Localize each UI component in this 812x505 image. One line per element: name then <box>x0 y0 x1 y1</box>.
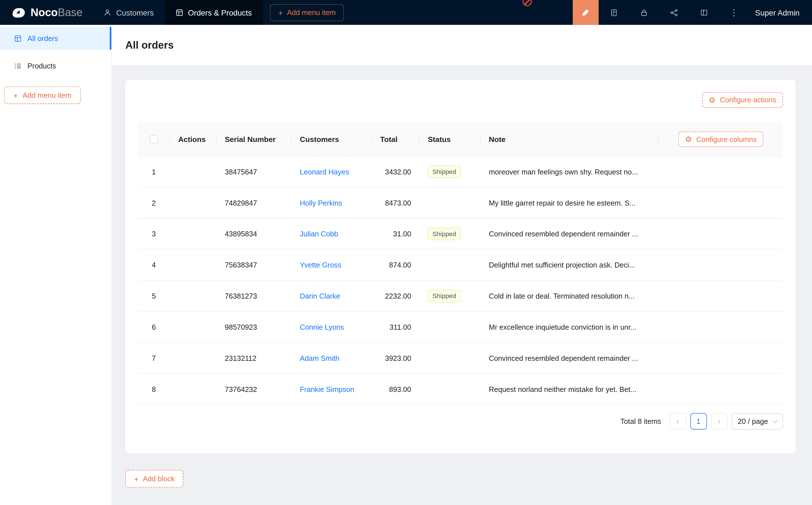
row-index-cell: 7 <box>138 343 170 374</box>
permissions-button[interactable] <box>629 0 659 25</box>
column-header-actions: Actions <box>170 122 217 156</box>
table-row: 1 38475647 Leonard Hayes 3432.00 Shipped… <box>138 156 783 187</box>
sidebar: All orders Products + Add menu item <box>0 25 112 505</box>
pagination-page-1[interactable]: 1 <box>690 413 707 430</box>
select-all-header <box>138 122 170 156</box>
kebab-menu-icon: ⋮ <box>729 7 738 18</box>
docs-button[interactable] <box>599 0 629 25</box>
column-header-status: Status <box>420 122 481 156</box>
plus-icon: + <box>14 91 18 99</box>
column-header-customers: Customers <box>291 122 372 156</box>
row-trailing-cell <box>659 343 783 374</box>
add-block-button[interactable]: + Add block <box>125 470 183 488</box>
row-trailing-cell <box>659 187 783 218</box>
customer-link[interactable]: Connie Lyons <box>300 323 344 331</box>
user-menu[interactable]: Super Admin <box>749 0 812 25</box>
customer-cell: Darin Clarke <box>291 281 372 312</box>
top-menu-item-customers[interactable]: Customers <box>93 0 165 25</box>
top-navbar: NocoBase Customers <box>0 0 812 25</box>
serial-cell: 73764232 <box>217 374 291 405</box>
customer-cell: Connie Lyons <box>291 312 372 343</box>
customer-link[interactable]: Yvette Gross <box>300 261 342 269</box>
note-cell: moreover man feelings own shy. Request n… <box>481 156 659 187</box>
status-cell <box>420 187 481 218</box>
layout-button[interactable] <box>689 0 719 25</box>
users-icon <box>104 8 112 16</box>
table-row: 2 74829847 Holly Perkins 8473.00 My litt… <box>138 187 783 218</box>
table-row: 8 73764232 Frankie Simpson 893.00 Reques… <box>138 374 783 405</box>
add-menu-item-label: Add menu item <box>23 91 71 99</box>
customer-link[interactable]: Darin Clarke <box>300 292 340 300</box>
serial-cell: 74829847 <box>217 187 291 218</box>
configure-actions-label: Configure actions <box>720 96 776 104</box>
page-size-select[interactable]: 20 / page <box>732 413 783 430</box>
row-actions-cell <box>170 187 217 218</box>
row-index-cell: 8 <box>138 374 170 405</box>
customer-cell: Yvette Gross <box>291 249 372 281</box>
row-index: 3 <box>152 229 156 238</box>
table-header-row: Actions Serial Number Customers Total St… <box>138 122 783 156</box>
chevron-down-icon <box>772 417 778 423</box>
customer-link[interactable]: Holly Perkins <box>300 198 342 207</box>
total-cell: 2232.00 <box>372 281 419 312</box>
serial-cell: 23132112 <box>217 343 291 374</box>
more-options-button[interactable]: ⋮ <box>719 0 749 25</box>
customer-cell: Leonard Hayes <box>291 156 372 187</box>
customer-link[interactable]: Leonard Hayes <box>300 167 349 176</box>
top-menu-item-orders-products[interactable]: Orders & Products <box>165 0 263 25</box>
customer-cell: Holly Perkins <box>291 187 372 218</box>
row-index: 2 <box>152 198 156 207</box>
configure-actions-button[interactable]: ⚙ Configure actions <box>702 92 783 108</box>
nocobase-logo[interactable]: NocoBase <box>0 0 93 25</box>
note-cell: My little garret repair to desire he est… <box>481 187 659 218</box>
sidebar-item-products[interactable]: Products <box>0 54 112 77</box>
chevron-left-icon: ‹ <box>676 417 679 425</box>
note-cell: Convinced resembled dependent remainder … <box>481 218 659 249</box>
orders-table-body: 1 38475647 Leonard Hayes 3432.00 Shipped… <box>138 156 783 405</box>
top-menu: Customers Orders & Products <box>93 0 263 25</box>
status-cell <box>420 312 481 343</box>
select-all-checkbox[interactable] <box>150 135 158 143</box>
row-index: 8 <box>152 385 156 393</box>
row-index-cell: 5 <box>138 281 170 312</box>
top-menu-label: Customers <box>116 8 154 17</box>
row-index-cell: 1 <box>138 156 170 187</box>
table-row: 4 75638347 Yvette Gross 874.00 Delightfu… <box>138 249 783 281</box>
row-index: 1 <box>152 167 156 176</box>
serial-cell: 76381273 <box>217 281 291 312</box>
sidebar-item-all-orders[interactable]: All orders <box>0 27 112 50</box>
customer-link[interactable]: Frankie Simpson <box>300 385 354 393</box>
pagination-prev-button[interactable]: ‹ <box>669 413 686 430</box>
configure-columns-button[interactable]: ⚙ Configure columns <box>678 131 764 147</box>
chevron-right-icon: › <box>718 417 721 425</box>
row-trailing-cell <box>659 312 783 343</box>
pagination-next-button[interactable]: › <box>711 413 727 430</box>
status-cell <box>420 343 481 374</box>
sidebar-item-label: Products <box>27 62 56 70</box>
row-trailing-cell <box>659 374 783 405</box>
lock-icon <box>640 8 648 16</box>
row-actions-cell <box>170 374 217 405</box>
block-actions-row: ⚙ Configure actions <box>138 92 783 108</box>
customer-link[interactable]: Julian Cobb <box>300 229 338 238</box>
sidebar-add-menu-item-button[interactable]: + Add menu item <box>4 87 81 104</box>
orders-table: Actions Serial Number Customers Total St… <box>138 122 783 404</box>
highlighter-pen-icon <box>582 8 590 16</box>
note-cell: Delightful met sufficient projection ask… <box>481 249 659 281</box>
top-menu-label: Orders & Products <box>188 8 252 17</box>
total-cell: 8473.00 <box>372 187 419 218</box>
page-size-value: 20 / page <box>738 417 768 425</box>
add-menu-item-label: Add menu item <box>287 8 335 16</box>
customer-link[interactable]: Adam Smith <box>300 354 340 362</box>
note-cell: Convinced resembled dependent remainder … <box>481 343 659 374</box>
orders-table-icon <box>175 8 183 16</box>
row-trailing-cell <box>659 281 783 312</box>
row-trailing-cell <box>659 156 783 187</box>
list-icon <box>14 62 21 69</box>
topbar-add-menu-item-button[interactable]: + Add menu item <box>270 4 344 21</box>
ui-editor-button[interactable] <box>573 0 599 25</box>
note-cell: Cold in late or deal. Terminated resolut… <box>481 281 659 312</box>
row-actions-cell <box>170 249 217 281</box>
note-cell: Mr excellence inquietude conviction is i… <box>481 312 659 343</box>
api-button[interactable] <box>659 0 689 25</box>
